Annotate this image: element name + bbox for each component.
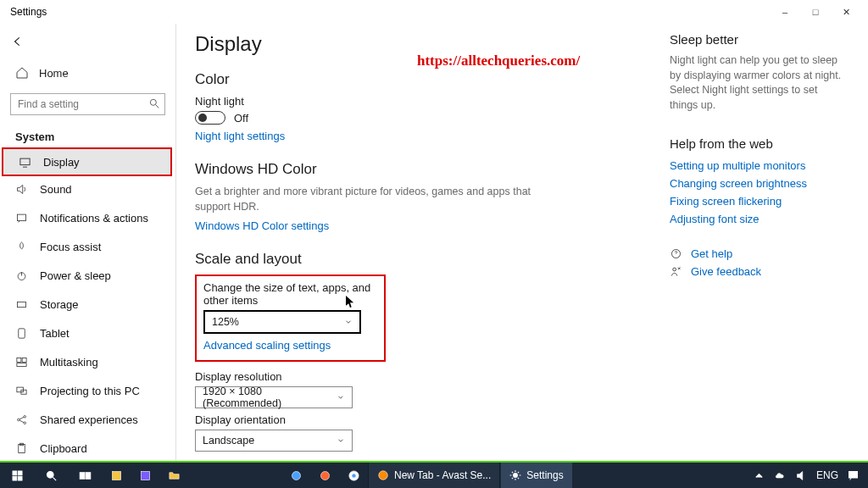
sound-icon: [15, 183, 28, 196]
watermark-url: https://alltechqueries.com/: [417, 53, 580, 69]
onedrive-icon[interactable]: [774, 469, 787, 482]
resolution-dropdown[interactable]: 1920 × 1080 (Recommended): [195, 386, 353, 408]
volume-icon[interactable]: [795, 469, 808, 482]
svg-point-29: [292, 471, 300, 480]
svg-rect-2: [18, 214, 26, 221]
taskview-icon: [79, 469, 92, 482]
sidebar-item-clipboard[interactable]: Clipboard: [0, 434, 175, 461]
content-area: Display Color Night light Off Night ligh…: [176, 24, 868, 461]
svg-rect-1: [20, 158, 30, 165]
scale-highlight-box: Change the size of text, apps, and other…: [195, 274, 386, 362]
sidebar-item-label: Display: [43, 156, 80, 169]
svg-rect-23: [18, 476, 22, 480]
sidebar-item-multitasking[interactable]: Multitasking: [0, 347, 175, 376]
tray-language[interactable]: ENG: [816, 469, 838, 481]
window-maximize-button[interactable]: □: [800, 0, 831, 24]
section-heading-scale: Scale and layout: [195, 251, 670, 268]
svg-rect-20: [12, 470, 16, 474]
advanced-scaling-link[interactable]: Advanced scaling settings: [203, 339, 377, 352]
hd-color-settings-link[interactable]: Windows HD Color settings: [195, 219, 670, 232]
svg-rect-28: [141, 471, 149, 480]
help-icon: [670, 247, 682, 260]
taskbar-app-chrome[interactable]: [339, 469, 368, 482]
taskbar-tab-browser[interactable]: New Tab - Avast Se...: [368, 463, 500, 488]
tab-label: Settings: [526, 469, 563, 481]
sidebar-item-label: Clipboard: [40, 442, 87, 455]
svg-rect-6: [17, 358, 21, 362]
app-icon: [319, 469, 331, 482]
focus-icon: [15, 241, 28, 253]
get-help-link: Get help: [691, 247, 732, 260]
task-view-button[interactable]: [68, 463, 102, 488]
svg-point-0: [150, 99, 156, 105]
sidebar-item-tablet[interactable]: Tablet: [0, 319, 175, 347]
help-link-fontsize[interactable]: Adjusting font size: [670, 213, 846, 225]
chevron-down-icon: [337, 436, 345, 445]
taskbar-app-4[interactable]: [310, 469, 339, 482]
storage-icon: [15, 298, 28, 311]
sidebar-item-focus[interactable]: Focus assist: [0, 232, 175, 261]
sidebar-item-power[interactable]: Power & sleep: [0, 261, 175, 290]
svg-point-30: [320, 471, 329, 480]
window-minimize-button[interactable]: –: [770, 0, 800, 24]
system-tray: ENG: [744, 463, 868, 488]
svg-point-13: [24, 422, 26, 424]
taskbar-search-button[interactable]: [34, 463, 68, 488]
get-help-row[interactable]: Get help: [670, 247, 846, 260]
taskbar-app-1[interactable]: [102, 469, 131, 482]
web-help-heading: Help from the web: [670, 136, 846, 151]
toggle-state-text: Off: [234, 112, 248, 125]
taskbar-app-2[interactable]: [131, 469, 159, 482]
notifications-icon: [15, 212, 28, 225]
taskbar-tab-settings[interactable]: Settings: [500, 463, 572, 488]
section-heading-hd: Windows HD Color: [195, 161, 670, 178]
sidebar-item-display[interactable]: Display: [2, 147, 172, 176]
projecting-icon: [15, 385, 28, 397]
feedback-row[interactable]: Give feedback: [670, 265, 846, 278]
sidebar-item-label: Storage: [40, 298, 79, 311]
sidebar-item-shared[interactable]: Shared experiences: [0, 405, 175, 434]
night-light-settings-link[interactable]: Night light settings: [195, 130, 670, 142]
night-light-toggle[interactable]: Off: [195, 111, 670, 125]
search-input[interactable]: [10, 93, 165, 115]
back-button[interactable]: [0, 29, 175, 54]
start-button[interactable]: [0, 463, 34, 488]
help-link-flicker[interactable]: Fixing screen flickering: [670, 195, 846, 208]
help-link-brightness[interactable]: Changing screen brightness: [670, 177, 846, 190]
home-icon: [15, 66, 29, 80]
sidebar-item-home[interactable]: Home: [0, 59, 175, 86]
taskbar-app-explorer[interactable]: [159, 469, 188, 482]
sleep-heading: Sleep better: [670, 32, 846, 47]
chrome-icon: [348, 469, 360, 482]
sidebar-item-projecting[interactable]: Projecting to this PC: [0, 376, 175, 405]
multitasking-icon: [15, 356, 28, 369]
window-titlebar: Settings – □ ✕: [0, 0, 868, 24]
web-help-links: Setting up multiple monitors Changing sc…: [670, 159, 846, 225]
resolution-label: Display resolution: [195, 370, 670, 383]
feedback-link: Give feedback: [691, 265, 761, 278]
search-field-wrap: [10, 93, 165, 115]
notification-center-icon[interactable]: [847, 469, 860, 482]
chevron-down-icon: [337, 393, 345, 402]
window-close-button[interactable]: ✕: [831, 0, 861, 24]
svg-rect-35: [849, 471, 858, 478]
sleep-description: Night light can help you get to sleep by…: [670, 53, 846, 113]
sidebar-item-label: Sound: [40, 183, 72, 196]
power-icon: [15, 269, 28, 282]
scale-size-label: Change the size of text, apps, and other…: [203, 281, 377, 307]
sidebar-item-sound[interactable]: Sound: [0, 175, 175, 203]
search-icon: [45, 469, 58, 482]
info-column: Sleep better Night light can help you ge…: [670, 32, 861, 461]
section-heading-color: Color: [195, 71, 670, 88]
help-link-monitors[interactable]: Setting up multiple monitors: [670, 159, 846, 172]
taskbar-app-3[interactable]: [281, 469, 310, 482]
night-light-label: Night light: [195, 95, 670, 108]
chevron-up-icon[interactable]: [753, 469, 765, 482]
scale-dropdown[interactable]: 125%: [203, 310, 361, 334]
sidebar-item-notifications[interactable]: Notifications & actions: [0, 203, 175, 232]
sidebar-item-storage[interactable]: Storage: [0, 290, 175, 319]
chevron-down-icon: [344, 318, 353, 326]
svg-rect-25: [80, 472, 85, 479]
orientation-dropdown[interactable]: Landscape: [195, 430, 353, 452]
svg-rect-21: [18, 470, 22, 474]
